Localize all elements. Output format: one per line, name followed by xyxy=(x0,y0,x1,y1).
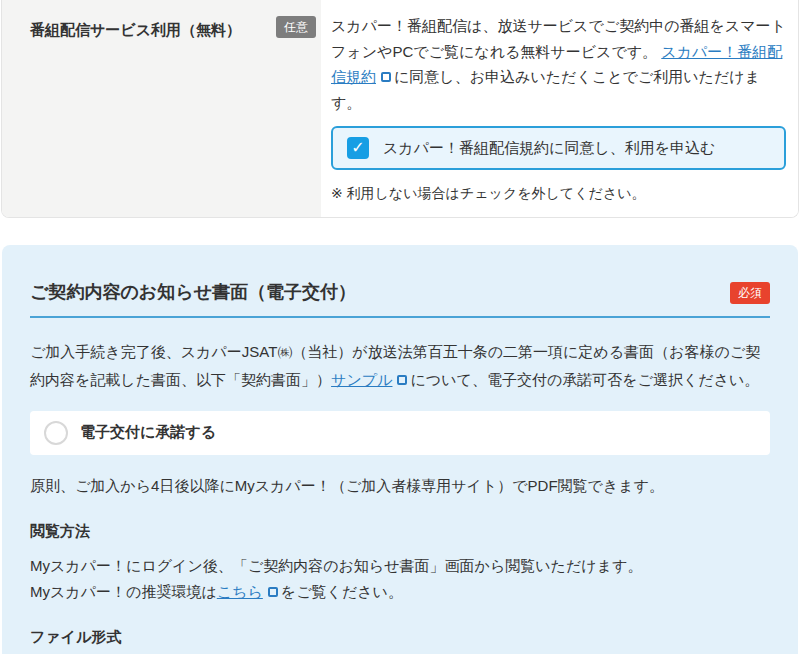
external-link-icon xyxy=(268,587,278,597)
view-method-line2-start: Myスカパー！の推奨環境は xyxy=(30,583,217,600)
consent-radio-row[interactable]: 電子交付に承諾する xyxy=(30,411,770,455)
external-link-icon xyxy=(381,72,391,82)
uncheck-note: ※ 利用しない場合はチェックを外してください。 xyxy=(331,185,786,203)
electronic-delivery-section: ご契約内容のお知らせ書面（電子交付） 必須 ご加入手続き完了後、スカパーJSAT… xyxy=(2,245,798,654)
intro-text-end: について、電子交付の承諾可否をご選択ください。 xyxy=(410,371,759,388)
description-text-end: に同意し、お申込みいただくことでご利用いただけます。 xyxy=(331,68,760,111)
section-title: ご契約内容のお知らせ書面（電子交付） xyxy=(30,280,356,304)
agree-checkbox[interactable]: ✓ xyxy=(347,137,369,159)
view-method-line2-end: をご覧ください。 xyxy=(281,583,403,600)
optional-badge: 任意 xyxy=(276,16,316,38)
view-method-text: Myスカパー！にログイン後、「ご契約内容のお知らせ書面」画面から閲覧いただけます… xyxy=(30,553,770,604)
row-label-cell: 番組配信サービス利用（無料） 任意 xyxy=(2,0,321,217)
section-intro: ご加入手続き完了後、スカパーJSAT㈱（当社）が放送法第百五十条の二第一項に定め… xyxy=(30,338,770,394)
program-delivery-description: スカパー！番組配信は、放送サービスでご契約中の番組をスマートフォンやPCでご覧に… xyxy=(331,13,786,115)
program-delivery-label: 番組配信サービス利用（無料） xyxy=(30,16,241,42)
agree-checkbox-row[interactable]: ✓ スカパー！番組配信規約に同意し、利用を申込む xyxy=(331,126,786,170)
pdf-availability-note: 原則、ご加入から4日後以降にMyスカパー！（ご加入者様専用サイト）でPDF閲覧で… xyxy=(30,473,770,499)
agree-checkbox-label: スカパー！番組配信規約に同意し、利用を申込む xyxy=(383,139,715,158)
view-method-heading: 閲覧方法 xyxy=(30,522,770,541)
recommended-env-link[interactable]: こちら xyxy=(217,583,263,600)
section-header: ご契約内容のお知らせ書面（電子交付） 必須 xyxy=(30,280,770,318)
consent-radio[interactable] xyxy=(44,421,68,445)
sample-link[interactable]: サンプル xyxy=(331,371,392,388)
program-delivery-service-row: 番組配信サービス利用（無料） 任意 スカパー！番組配信は、放送サービスでご契約中… xyxy=(1,0,799,218)
checkmark-icon: ✓ xyxy=(351,140,364,156)
view-method-line1: Myスカパー！にログイン後、「ご契約内容のお知らせ書面」画面から閲覧いただけます… xyxy=(30,557,642,574)
subscription-form-page: 番組配信サービス利用（無料） 任意 スカパー！番組配信は、放送サービスでご契約中… xyxy=(0,0,800,654)
external-link-icon xyxy=(397,375,407,385)
section-gap xyxy=(0,218,800,245)
row-content-cell: スカパー！番組配信は、放送サービスでご契約中の番組をスマートフォンやPCでご覧に… xyxy=(321,0,799,217)
file-format-heading: ファイル形式 xyxy=(30,628,770,647)
required-badge: 必須 xyxy=(730,282,770,304)
consent-radio-label: 電子交付に承諾する xyxy=(80,423,216,442)
